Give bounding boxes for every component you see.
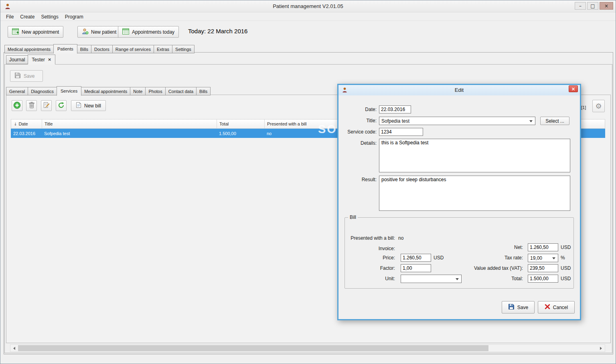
tab-services[interactable]: Services	[57, 86, 81, 96]
person-plus-icon	[82, 28, 89, 36]
window-controls: – □ ×	[575, 2, 613, 10]
vat-currency-label: USD	[561, 265, 571, 271]
details-textarea[interactable]: this is a Softpedia test	[379, 139, 570, 172]
service-code-label: Service code:	[338, 129, 377, 135]
column-header-total-label: Total	[219, 121, 229, 126]
new-bill-button[interactable]: New bill	[71, 100, 106, 111]
result-label: Result:	[338, 177, 377, 182]
titlebar: Patient management V2.01.05 – □ ×	[0, 0, 616, 12]
scrollbar-thumb[interactable]	[18, 345, 488, 351]
dialog-save-button[interactable]: Save	[502, 301, 535, 313]
patient-tabstrip: Journal Tester ×	[6, 55, 55, 64]
calendar-icon	[122, 28, 130, 36]
dialog-close-button[interactable]: ×	[569, 85, 578, 92]
title-combobox[interactable]: Sofpedia test	[379, 117, 535, 125]
tab-medical-appointments[interactable]: Medical appointments	[4, 45, 54, 53]
column-header-presented-label: Presented with a bill	[267, 121, 306, 126]
total-input[interactable]	[528, 275, 558, 283]
tab-extras[interactable]: Extras	[154, 45, 172, 53]
factor-input[interactable]	[401, 264, 431, 272]
title-label: Title:	[338, 118, 377, 123]
presented-with-bill-value: no	[398, 235, 403, 241]
price-input[interactable]	[401, 254, 431, 262]
tab-bills-inner[interactable]: Bills	[196, 87, 211, 95]
dialog-cancel-label: Cancel	[553, 305, 568, 310]
date-input[interactable]	[379, 105, 411, 113]
calendar-plus-icon	[12, 28, 19, 36]
bill-document-icon	[76, 102, 81, 109]
add-service-button[interactable]	[12, 100, 22, 111]
save-label: Save	[24, 73, 34, 79]
tab-photos[interactable]: Photos	[145, 87, 165, 95]
result-textarea[interactable]: positive for sleep disturbances	[379, 176, 570, 211]
service-code-input[interactable]	[379, 128, 423, 136]
refresh-button[interactable]	[56, 100, 67, 111]
select-button[interactable]: Select ...	[540, 117, 569, 125]
menu-program[interactable]: Program	[62, 13, 87, 20]
tax-rate-label: Tax rate:	[443, 255, 523, 261]
minimize-button[interactable]: –	[575, 2, 586, 10]
new-patient-button[interactable]: New patient	[77, 26, 121, 38]
appointments-today-button[interactable]: Appointments today	[118, 26, 179, 38]
horizontal-scrollbar[interactable]	[10, 344, 605, 352]
presented-with-bill-label: Presented with a bill:	[345, 235, 395, 241]
date-label: Date:	[338, 107, 377, 112]
scroll-right-button[interactable]	[597, 345, 605, 352]
new-patient-label: New patient	[91, 29, 116, 35]
edit-pencil-icon	[43, 102, 50, 110]
column-header-title[interactable]: Title	[42, 119, 217, 128]
tab-tester[interactable]: Tester ×	[28, 55, 55, 65]
edit-dialog: Edit × Date: Title: Sofpedia test Select…	[337, 84, 581, 320]
tab-close-icon[interactable]: ×	[48, 57, 51, 62]
tab-bills[interactable]: Bills	[77, 45, 91, 53]
new-bill-label: New bill	[84, 103, 101, 109]
grid-settings-button[interactable]: ⚙	[592, 100, 605, 112]
save-button[interactable]: Save	[10, 70, 43, 82]
column-header-date[interactable]: ↓ Date	[11, 119, 42, 128]
vat-input[interactable]	[528, 264, 558, 272]
menu-create[interactable]: Create	[17, 13, 38, 20]
factor-label: Factor:	[345, 265, 395, 271]
toolbar: New appointment New patient Appointments…	[0, 21, 616, 42]
tab-journal[interactable]: Journal	[6, 55, 28, 64]
dialog-cancel-button[interactable]: Cancel	[538, 301, 575, 313]
column-header-total[interactable]: Total	[217, 119, 265, 128]
appointments-today-label: Appointments today	[132, 29, 174, 35]
cell-total: 1.500,00	[217, 129, 264, 138]
tab-general[interactable]: General	[6, 87, 28, 95]
menu-settings[interactable]: Settings	[38, 13, 61, 20]
menubar: File Create Settings Program	[0, 13, 616, 21]
close-button[interactable]: ×	[600, 2, 613, 10]
scroll-right-arrow-icon	[600, 347, 602, 350]
maximize-button[interactable]: □	[587, 2, 598, 10]
column-header-title-label: Title	[45, 121, 53, 126]
tax-rate-combobox[interactable]: 19,00	[528, 254, 558, 262]
tab-doctors[interactable]: Doctors	[91, 45, 113, 53]
dialog-titlebar[interactable]: Edit ×	[338, 85, 580, 95]
tab-note[interactable]: Note	[130, 87, 146, 95]
tab-settings[interactable]: Settings	[172, 45, 195, 53]
details-label: Details:	[338, 140, 377, 146]
tab-medical-appointments-inner[interactable]: Medical appointments	[81, 87, 130, 95]
tab-patients[interactable]: Patients	[53, 44, 77, 54]
bill-groupbox: Bill Presented with a bill: no Invoice: …	[344, 217, 574, 289]
menu-file[interactable]: File	[3, 13, 17, 20]
net-label: Net:	[443, 245, 523, 250]
edit-service-button[interactable]	[41, 100, 52, 111]
record-count: [1]	[581, 105, 586, 110]
cell-title: Sofpedia test	[42, 129, 217, 138]
tab-range-of-services[interactable]: Range of services	[112, 45, 154, 53]
vat-label: Value added tax (VAT):	[443, 265, 523, 271]
delete-service-button[interactable]	[26, 100, 37, 111]
chevron-down-icon	[529, 120, 533, 122]
today-date-label: Today: 22 March 2016	[188, 28, 247, 34]
floppy-icon	[508, 303, 515, 311]
tab-diagnostics[interactable]: Diagnostics	[28, 87, 57, 95]
tab-contact-data[interactable]: Contact data	[165, 87, 197, 95]
scroll-left-button[interactable]	[10, 345, 18, 352]
scroll-left-arrow-icon	[13, 347, 15, 350]
trash-icon	[28, 102, 35, 110]
new-appointment-button[interactable]: New appointment	[8, 26, 63, 38]
net-input[interactable]	[528, 243, 558, 251]
tax-rate-unit-label: %	[561, 255, 565, 261]
